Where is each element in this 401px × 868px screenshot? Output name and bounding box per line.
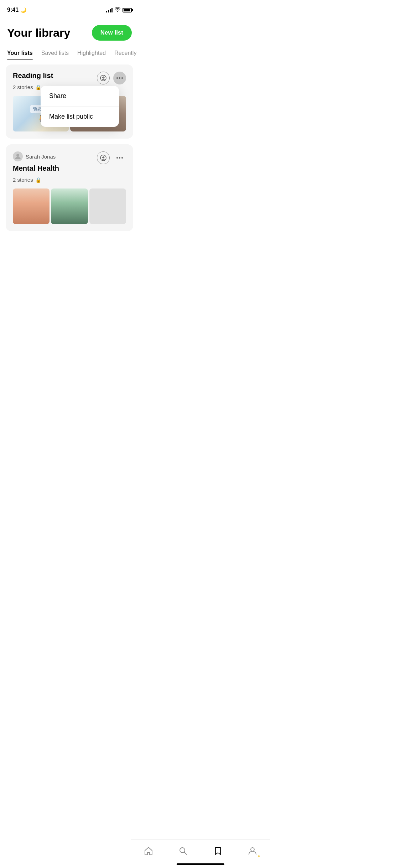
status-time: 9:41 (7, 7, 19, 13)
thumbnail-3 (13, 188, 50, 224)
more-button-reading[interactable] (113, 72, 126, 84)
wifi-icon (115, 7, 120, 13)
tab-recently[interactable]: Recently (114, 46, 136, 60)
page-title: Your library (7, 26, 70, 40)
three-dots-icon (116, 77, 123, 79)
new-list-button[interactable]: New list (92, 25, 132, 41)
thumbnail-4 (51, 188, 88, 224)
signal-icon (106, 7, 113, 12)
mental-health-thumbnails (13, 188, 126, 224)
page-header: Your library New list (0, 18, 139, 46)
avatar (13, 151, 23, 161)
svg-point-1 (16, 154, 19, 157)
more-button-mental[interactable] (113, 151, 126, 164)
tab-highlighted[interactable]: Highlighted (77, 46, 106, 60)
dropdown-menu: Share Make list public (41, 86, 119, 127)
mental-health-meta: 2 stories 🔒 (13, 177, 126, 183)
tab-your-lists[interactable]: Your lists (7, 46, 33, 60)
reading-list-card: Reading list 2 stories 🔒 (6, 64, 133, 139)
download-icon-2 (100, 155, 106, 161)
mental-health-count: 2 stories (13, 177, 33, 183)
reading-list-count: 2 stories (13, 84, 33, 90)
download-button[interactable] (97, 72, 110, 84)
author-name: Sarah Jonas (26, 154, 56, 160)
mental-health-title: Mental Health (13, 164, 126, 172)
dropdown-make-public[interactable]: Make list public (41, 107, 119, 127)
person-icon (14, 153, 21, 160)
lock-icon-2: 🔒 (35, 177, 41, 183)
status-bar: 9:41 🌙 (0, 0, 139, 18)
moon-icon: 🌙 (20, 7, 26, 13)
lock-icon: 🔒 (35, 84, 41, 90)
tabs-bar: Your lists Saved lists Highlighted Recen… (0, 46, 139, 60)
mental-health-actions (97, 151, 126, 164)
thumbnail-5 (89, 188, 126, 224)
status-icons (106, 7, 132, 13)
reading-list-actions (97, 72, 126, 84)
tab-saved-lists[interactable]: Saved lists (41, 46, 69, 60)
download-button-2[interactable] (97, 151, 110, 164)
download-icon (100, 75, 106, 81)
content-area: Reading list 2 stories 🔒 (0, 60, 139, 236)
three-dots-icon-2 (116, 157, 123, 159)
dropdown-share[interactable]: Share (41, 86, 119, 107)
mental-health-card: Sarah Jonas Mental Health 2 stories 🔒 (6, 144, 133, 231)
battery-icon (123, 8, 132, 12)
